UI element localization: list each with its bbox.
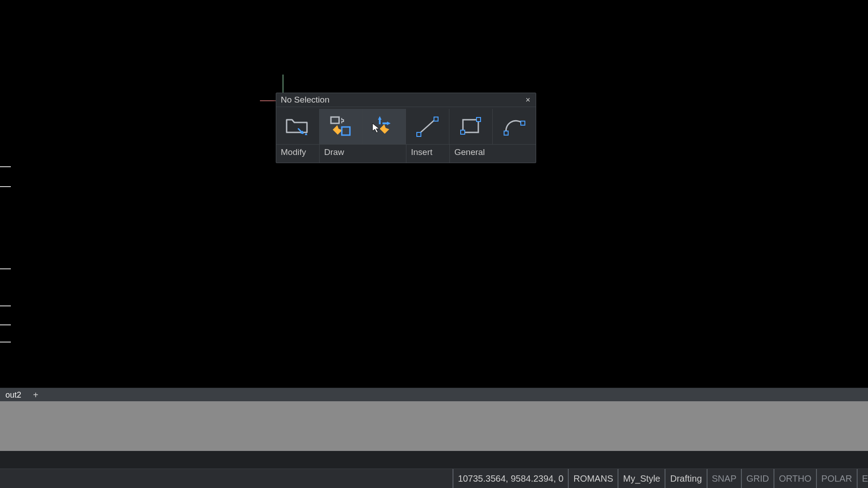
close-icon[interactable]: ×	[523, 95, 533, 104]
svg-rect-10	[504, 131, 508, 135]
draw-quickselect-button[interactable]	[320, 109, 363, 144]
move-quick-icon	[372, 115, 397, 138]
svg-rect-3	[382, 122, 387, 124]
svg-rect-6	[434, 117, 438, 121]
arc-icon	[502, 115, 527, 138]
panel-title: No Selection	[281, 94, 330, 105]
svg-line-4	[419, 119, 436, 134]
status-snap-toggle[interactable]: SNAP	[708, 469, 742, 488]
group-label-draw[interactable]: Draw	[320, 145, 406, 163]
status-annoscale[interactable]: Drafting	[665, 469, 707, 488]
svg-rect-11	[521, 121, 525, 125]
line-icon	[415, 115, 440, 138]
svg-rect-1	[342, 127, 350, 135]
tab-layout2[interactable]: out2	[2, 389, 25, 401]
quick-tools-panel: No Selection ×	[276, 93, 536, 163]
status-spacer	[0, 469, 453, 488]
svg-rect-5	[417, 132, 421, 136]
folder-quick-icon	[285, 115, 310, 138]
left-ruler-ticks	[0, 166, 13, 343]
svg-rect-2	[379, 120, 381, 124]
group-label-insert[interactable]: Insert	[406, 145, 450, 163]
status-bar: 10735.3564, 9584.2394, 0 ROMANS My_Style…	[0, 469, 868, 488]
general-rectangle-button[interactable]	[449, 109, 493, 144]
panel-body	[276, 107, 536, 144]
status-textstyle[interactable]: ROMANS	[569, 469, 618, 488]
group-label-modify[interactable]: Modify	[276, 145, 320, 163]
lower-divider	[0, 451, 868, 469]
group-label-general[interactable]: General	[450, 145, 536, 163]
panel-header[interactable]: No Selection ×	[276, 93, 536, 107]
general-arc-button[interactable]	[493, 109, 536, 144]
layout-tabs: out2 +	[0, 388, 868, 402]
insert-line-button[interactable]	[406, 109, 449, 144]
status-grid-toggle[interactable]: GRID	[742, 469, 774, 488]
panel-footer: Modify Draw Insert General	[276, 144, 536, 163]
svg-rect-0	[331, 117, 339, 123]
add-layout-button[interactable]: +	[29, 390, 42, 400]
status-polar-toggle[interactable]: POLAR	[817, 469, 858, 488]
status-dimstyle[interactable]: My_Style	[618, 469, 665, 488]
svg-rect-8	[461, 130, 465, 134]
quick-select-icon	[328, 115, 354, 138]
modify-quickarrow-button[interactable]	[276, 109, 320, 144]
command-line-area[interactable]	[0, 401, 868, 451]
svg-rect-9	[476, 117, 481, 122]
draw-move-button[interactable]	[363, 109, 406, 144]
status-ortho-toggle[interactable]: ORTHO	[774, 469, 817, 488]
crosshair-vertical	[283, 75, 283, 94]
crosshair-horizontal	[260, 100, 276, 101]
rectangle-icon	[458, 115, 484, 138]
svg-rect-7	[463, 120, 478, 132]
status-coordinates[interactable]: 10735.3564, 9584.2394, 0	[453, 469, 569, 488]
status-extra-cut[interactable]: E	[858, 469, 868, 488]
